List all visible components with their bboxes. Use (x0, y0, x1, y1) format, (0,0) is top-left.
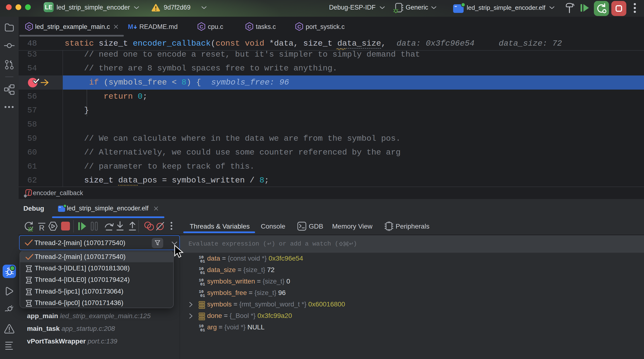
svg-text:C: C (248, 24, 251, 29)
svg-text:M: M (128, 23, 134, 30)
svg-text:C: C (297, 24, 301, 29)
svg-text:C: C (27, 24, 31, 29)
svg-text:C: C (200, 24, 203, 29)
svg-text:f: f (28, 190, 30, 195)
